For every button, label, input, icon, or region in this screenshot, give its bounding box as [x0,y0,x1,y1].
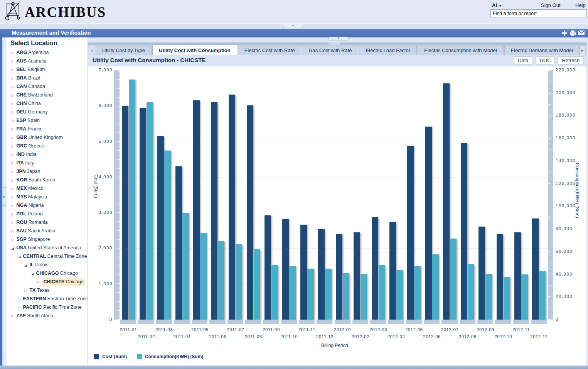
tree-item-bra[interactable]: ▷ BRA Brazil [7,74,88,82]
tree-expand-icon[interactable]: ▷ [10,151,15,159]
tree-item-che[interactable]: ▷ CHE Switzerland [7,91,88,99]
tab-electric-load-factor[interactable]: Electric Load Factor [359,46,417,55]
tree-item-jpn[interactable]: ▷ JPN Japan [7,167,88,176]
tree-expand-icon[interactable]: ▷ [17,303,22,312]
tree-item-grc[interactable]: ▷ GRC Greece [7,142,88,150]
tree-collapse-icon[interactable]: ◢ [10,244,15,252]
tree-item-label: MYS Malaysia [16,194,47,200]
tree-item-chn[interactable]: ▷ CHN China [7,99,88,108]
tab-electric-demand-with-model[interactable]: Electric Demand with Model [504,46,580,55]
tree-collapse-icon[interactable]: ◢ [24,261,28,269]
x-axis-label: 2011-07 [222,327,249,332]
tree-item-zaf[interactable]: ▷ ZAF South Africa [7,311,88,320]
tree-expand-icon[interactable]: ▷ [10,184,15,193]
tree-expand-icon[interactable]: ▷ [10,83,15,91]
chart-legend: Cost (Sum)Consumption(KWH) (Sum) [94,354,203,359]
tree-expand-icon[interactable]: ▷ [10,108,15,117]
tree-expand-icon[interactable]: ▷ [10,74,15,83]
tab-utility-cost-by-type[interactable]: Utility Cost by Type [96,46,152,55]
bar-cost [318,229,325,320]
tree-expand-icon[interactable]: ▷ [24,286,28,295]
tree-expand-icon[interactable]: ▷ [10,91,15,100]
tree-collapse-icon[interactable]: ◢ [30,269,35,278]
tree-expand-icon[interactable]: ▷ [10,100,15,108]
bar-consumption [307,269,314,320]
tree-item-label: BEL Belgium [16,67,45,72]
tree-expand-icon[interactable]: ▷ [10,210,15,218]
tree-item-esp[interactable]: ▷ ESP Spain [7,116,88,125]
tree-expand-icon[interactable]: ▷ [10,176,15,184]
tab-electric-cost-with-rate[interactable]: Electric Cost with Rate [238,46,302,55]
tree-item-label: AUS Australia [16,58,46,64]
axis-notch [548,172,551,173]
find-form-search-input[interactable] [490,9,587,17]
tree-collapse-icon[interactable]: ◢ [17,252,22,261]
tree-expand-icon[interactable]: ▷ [17,295,22,303]
tree-item-mys[interactable]: ▷ MYS Malaysia [7,193,88,201]
help-link[interactable]: Help [575,2,586,8]
tree-expand-icon[interactable]: ▷ [10,312,15,320]
tree-item-chicago[interactable]: ◢ CHICAGO Chicago [7,269,88,278]
bar-consumption [504,277,510,320]
refresh-button[interactable]: Refresh [558,56,584,64]
tree-item-label: SAU Saudi Arabia [16,228,55,234]
tree-expand-icon[interactable]: ▷ [10,49,15,57]
tree-item-eastern[interactable]: ▷ EASTERN Eastern Time Zone [7,295,88,303]
tree-expand-icon[interactable]: ▷ [10,57,15,66]
tree-expand-icon[interactable]: ▷ [10,218,15,227]
tree-item-bel[interactable]: ▷ BEL Belgium [7,65,88,74]
tab-scroll-right-icon[interactable]: ► [580,46,586,55]
tree-expand-icon[interactable]: ▷ [10,142,15,151]
tree-expand-icon[interactable]: ▷ [10,66,15,74]
tree-item-kor[interactable]: ▷ KOR South Korea [7,176,88,184]
doc-button[interactable]: DOC [536,56,555,64]
tree-item-ita[interactable]: ▷ ITA Italy [7,159,88,167]
tree-item-aus[interactable]: ▷ AUS Australia [7,57,88,65]
sign-out-link[interactable]: Sign Out [541,2,561,8]
tab-scroll-left-icon[interactable]: ◄ [89,46,95,55]
print-icon[interactable] [569,30,576,36]
data-button[interactable]: Data [514,56,532,64]
collapse-top-panel-handle[interactable]: ▼ [283,24,303,28]
tree-expand-icon[interactable]: ▷ [10,125,15,134]
add-icon[interactable] [561,30,568,36]
tree-item-arg[interactable]: ▷ ARG Argentina [7,48,88,57]
user-menu[interactable]: AI ▼ [492,2,502,8]
tree-item-fra[interactable]: ▷ FRA France [7,125,88,133]
tree-item-central[interactable]: ◢ CENTRAL Central Time Zone [7,252,88,261]
tree-expand-icon[interactable]: ▷ [37,278,41,286]
tree-expand-icon[interactable]: ▷ [10,201,15,210]
tree-item-pacific[interactable]: ▷ PACIFIC Pacific Time Zone [7,303,88,311]
collapse-main-panel-handle[interactable]: ▼ [329,37,349,41]
tree-expand-icon[interactable]: ▷ [10,227,15,235]
tree-item-gbr[interactable]: ▷ GBR United Kingdom [7,133,88,142]
tab-gas-cost-with-rate[interactable]: Gas Cost with Rate [302,46,358,55]
tree-expand-icon[interactable]: ▷ [10,235,15,244]
tree-item-deu[interactable]: ▷ DEU Germany [7,108,88,116]
tree-item-can[interactable]: ▷ CAN Canada [7,82,88,91]
tree-expand-icon[interactable]: ▷ [10,159,15,168]
x-axis-segment [388,320,404,324]
mail-icon[interactable] [578,30,585,36]
tree-item-mex[interactable]: ▷ MEX Mexico [7,184,88,193]
tab-electric-consumption-with-model[interactable]: Electric Consumption with Model [418,46,504,55]
tree-item-usa[interactable]: ◢ USA United States of America [7,244,88,252]
y-axis-left-tick: 1,000 [89,281,113,286]
bar-cost [354,232,360,320]
axis-notch [117,221,120,222]
tab-utility-cost-with-consumption[interactable]: Utility Cost with Consumption [152,45,237,55]
y-axis-left-tick: 4,000 [89,174,113,179]
tree-item-pol[interactable]: ▷ POL Poland [7,210,88,218]
tree-item-chicste[interactable]: ▷ CHICSTE Chicago [7,278,88,286]
tree-item-rou[interactable]: ▷ ROU Romania [7,218,88,227]
tree-item-nga[interactable]: ▷ NGA Nigeria [7,201,88,210]
tree-expand-icon[interactable]: ▷ [10,168,15,176]
tree-expand-icon[interactable]: ▷ [10,193,15,201]
tree-expand-icon[interactable]: ▷ [10,134,15,142]
tree-item-tx[interactable]: ▷ TX Texas [7,286,88,295]
tree-item-sau[interactable]: ▷ SAU Saudi Arabia [7,227,88,235]
tree-item-sgp[interactable]: ▷ SGP Singapore [7,235,88,244]
tree-item-il[interactable]: ◢ IL Illinois [7,261,88,269]
tree-item-ind[interactable]: ▷ IND India [7,150,88,159]
tree-expand-icon[interactable]: ▷ [10,117,15,125]
